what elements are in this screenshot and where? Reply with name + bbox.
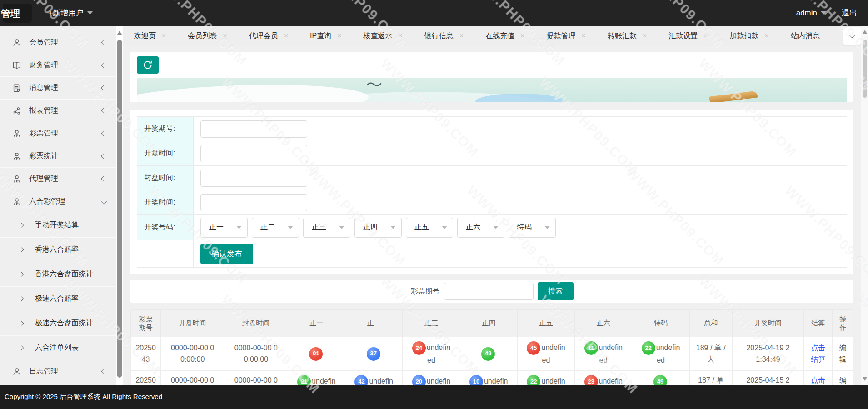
sidebar-subitem-手动开奖结算[interactable]: 手动开奖结算 [0, 213, 116, 238]
column-header-结算: 结算 [804, 310, 833, 337]
input-rows: 开奖期号:开盘时间:封盘时间:开奖时间: [137, 117, 847, 215]
tab-close-icon[interactable]: × [582, 32, 586, 40]
new-user-dropdown[interactable]: +新增用户 [48, 8, 93, 18]
chevron-right-icon [20, 346, 24, 350]
sidebar-subitem-极速六合赔率[interactable]: 极速六合赔率 [0, 287, 116, 311]
sidebar-item-logs[interactable]: 日志管理 [0, 360, 116, 383]
search-label: 彩票期号 [411, 287, 440, 296]
chevron-right-icon [20, 321, 24, 326]
select-特码[interactable]: 特码 [509, 218, 556, 238]
issue-number-input[interactable] [200, 120, 307, 138]
tab-汇款设置[interactable]: 汇款设置× [658, 26, 718, 46]
tab-close-icon[interactable]: × [284, 32, 288, 40]
scroll-up-arrow-icon[interactable] [117, 31, 122, 35]
page-scrollbar[interactable] [861, 26, 868, 385]
select-正四[interactable]: 正四 [354, 218, 402, 238]
draw-time-input[interactable] [200, 194, 307, 211]
chevron-right-icon [20, 223, 24, 228]
tab-站内消息[interactable]: 站内消息 [780, 26, 837, 46]
sidebar-item-finance[interactable]: 财务管理 [0, 54, 116, 77]
sidebar-item-member[interactable]: 会员管理 [0, 31, 116, 54]
cell-ball-2: 42undefined [345, 371, 403, 385]
caret-down-icon [339, 226, 344, 229]
sidebar-subitem-香港六合盘面统计[interactable]: 香港六合盘面统计 [0, 262, 116, 287]
sidebar-scrollbar[interactable] [116, 26, 123, 385]
open-time-input[interactable] [200, 145, 307, 162]
tab-close-icon[interactable]: × [399, 32, 403, 40]
refresh-button[interactable] [137, 56, 159, 74]
sidebar-item-lottery[interactable]: 彩票管理 [0, 122, 116, 145]
chevron-left-icon [101, 40, 107, 45]
select-正五[interactable]: 正五 [406, 218, 453, 238]
select-正二[interactable]: 正二 [252, 218, 299, 238]
tab-代理会员[interactable]: 代理会员× [238, 26, 299, 46]
tab-银行信息[interactable]: 银行信息× [414, 26, 474, 46]
tab-close-icon[interactable]: × [223, 32, 227, 40]
form-grid: 开奖期号:开盘时间:封盘时间:开奖时间: 开奖号码: 正一正二正三正四正五正六特… [137, 116, 847, 268]
lottery-ball: 37 [367, 347, 380, 361]
tab-IP查询[interactable]: IP查询× [299, 26, 352, 46]
boat-shape [709, 91, 758, 102]
cell-ball-5: 45undefined [517, 337, 574, 371]
select-正一[interactable]: 正一 [200, 218, 248, 238]
sidebar-item-lottery-stats[interactable]: 彩票统计 [0, 145, 116, 168]
settle-link[interactable]: 点击结算 [811, 344, 825, 363]
table-body: 20250430000-00-00 00:00:000000-00-00 00:… [131, 337, 853, 385]
tab-close-icon[interactable]: × [643, 32, 647, 40]
sidebar-subitem-极速六合盘面统计[interactable]: 极速六合盘面统计 [0, 311, 116, 336]
sidebar-item-message[interactable]: 消息管理 [0, 77, 116, 100]
top-header: 管理 +新增用户 admin 退出 [0, 0, 868, 26]
tab-核查返水[interactable]: 核查返水× [353, 26, 414, 46]
refresh-icon [143, 60, 153, 70]
usertie-icon [12, 197, 22, 207]
sidebar-scrollbar-thumb[interactable] [117, 40, 122, 378]
close-time-input[interactable] [200, 170, 307, 187]
page-scrollbar-thumb[interactable] [863, 40, 867, 98]
tab-加款扣款[interactable]: 加款扣款× [719, 26, 780, 46]
edit-link[interactable]: 编辑 [839, 376, 847, 385]
tab-close-icon[interactable]: × [337, 32, 341, 40]
bird-icon [366, 81, 382, 87]
select-value: 特码 [517, 223, 532, 232]
scroll-up-arrow-icon[interactable] [863, 30, 867, 34]
cell-ball-5: 22undefined [517, 371, 574, 385]
edit-link[interactable]: 编辑 [839, 344, 847, 363]
tab-欢迎页[interactable]: 欢迎页× [123, 26, 177, 46]
settle-link[interactable]: 点击结算 [811, 376, 825, 385]
form-row-numbers: 开奖号码: 正一正二正三正四正五正六特码 [137, 215, 847, 240]
chevron-left-icon [101, 85, 107, 91]
logout-button[interactable]: 退出 [842, 8, 857, 18]
tab-close-icon[interactable]: × [703, 32, 708, 40]
select-正六[interactable]: 正六 [457, 218, 504, 238]
tab-label: IP查询 [310, 31, 331, 41]
tab-list-dropdown-button[interactable] [843, 27, 861, 45]
tab-list: 欢迎页×会员列表×代理会员×IP查询×核查返水×银行信息×在线充值×提款管理×转… [123, 26, 837, 46]
cell-settle: 点击结算 [804, 337, 833, 371]
caret-down-icon [821, 11, 826, 15]
sidebar-subitem-六合注单列表[interactable]: 六合注单列表 [0, 336, 116, 360]
confirm-publish-button[interactable]: 确认发布 [200, 244, 253, 264]
blank-label-cell [137, 240, 194, 267]
sidebar-subitem-香港六合赔率[interactable]: 香港六合赔率 [0, 238, 116, 262]
tab-close-icon[interactable]: × [162, 32, 166, 40]
period-search-input[interactable] [444, 283, 534, 300]
tab-提款管理[interactable]: 提款管理× [536, 26, 597, 46]
tab-转账汇款[interactable]: 转账汇款× [597, 26, 658, 46]
scroll-down-arrow-icon[interactable] [863, 377, 867, 381]
select-value: 正六 [466, 223, 480, 232]
admin-user-dropdown[interactable]: admin [796, 9, 826, 18]
search-button[interactable]: 搜索 [538, 282, 574, 300]
tab-close-icon[interactable]: × [459, 32, 464, 40]
sidebar-item-label: 会员管理 [29, 38, 102, 47]
chevron-left-icon [101, 369, 107, 374]
select-正三[interactable]: 正三 [303, 218, 350, 238]
tab-在线充值[interactable]: 在线充值× [474, 26, 535, 46]
tab-close-icon[interactable]: × [765, 32, 769, 40]
sidebar-item-mark-six[interactable]: 六合彩管理 [0, 190, 116, 213]
sidebar-item-agent[interactable]: 代理管理 [0, 168, 116, 190]
tab-close-icon[interactable]: × [520, 32, 524, 40]
tab-会员列表[interactable]: 会员列表× [177, 26, 238, 46]
sidebar-menu: 会员管理财务管理消息管理报表管理彩票管理彩票统计代理管理六合彩管理手动开奖结算香… [0, 31, 116, 383]
sidebar-item-report[interactable]: 报表管理 [0, 100, 116, 122]
cell-period: 2025043 [131, 337, 161, 371]
